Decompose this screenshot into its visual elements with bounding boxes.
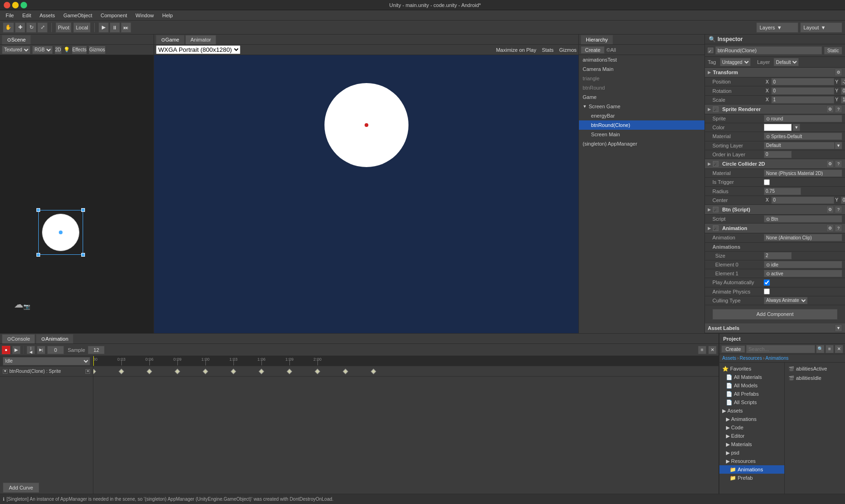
static-btn[interactable]: Static [824,47,842,55]
menu-edit[interactable]: Edit [19,12,35,19]
rot-y[interactable] [841,87,845,95]
tag-select[interactable]: Untagged [720,58,751,66]
layer-select[interactable]: Default [774,58,799,66]
sample-input[interactable] [88,346,105,354]
play-auto-checkbox[interactable] [764,280,770,286]
cc-material-value[interactable]: None (Physics Material 2D) [764,169,842,177]
gizmos-game-btn[interactable]: Gizmos [559,47,577,53]
scale-tool[interactable]: ⤢ [37,22,48,33]
anim-clip-select[interactable]: Idle [3,357,90,365]
hierarchy-item-btnroundclone[interactable]: btnRound(Clone) [579,120,704,130]
btn-script-checkbox[interactable]: ✓ [713,207,718,212]
tree-all-prefabs[interactable]: 📄All Prefabs [719,390,784,398]
hierarchy-create-btn[interactable]: Create [581,46,605,54]
sorting-layer-dropdown-icon[interactable]: ▼ [835,142,842,149]
sorting-layer-value[interactable]: Default [764,142,835,149]
scene-view[interactable]: ☁ 📷 [0,55,154,333]
hierarchy-item-btnround[interactable]: btnRound [579,83,704,92]
animation-comp-checkbox[interactable]: ✓ [713,225,718,231]
anim-help-icon[interactable]: ? [835,224,842,232]
circle-collider-header[interactable]: ▶ ✓ Circle Collider 2D ⚙ ? [705,159,845,169]
minimize-btn[interactable] [12,2,19,8]
kf-2[interactable] [147,369,152,374]
display-mode-select[interactable]: WXGA Portrait (800x1280) [156,45,240,54]
go-name-input[interactable] [715,46,822,55]
transform-settings-icon[interactable]: ⚙ [835,69,842,76]
btn-script-header[interactable]: ▶ ✓ Btn (Script) ⚙ ? [705,205,845,215]
anim-size-input[interactable] [764,252,792,259]
tree-all-models[interactable]: 📄All Models [719,381,784,390]
record-btn[interactable]: ● [2,346,10,354]
breadcrumb-resources[interactable]: Resources [739,356,762,361]
anim-next-frame-btn[interactable]: ▶| [37,346,45,354]
sr-help-icon[interactable]: ? [835,105,842,113]
tree-all-scripts[interactable]: 📄All Scripts [719,398,784,406]
kf-9[interactable] [343,369,348,374]
sprite-value[interactable]: ⊙ round [764,115,842,122]
anim-el0-value[interactable]: ⊙ idle [764,261,842,268]
2d-btn[interactable]: 2D [55,46,62,54]
gizmos-btn[interactable]: Gizmos [89,46,106,54]
order-in-layer-input[interactable] [764,151,792,158]
anim-el1-value[interactable]: ⊙ active [764,270,842,277]
maximize-btn[interactable] [21,2,27,8]
project-close-btn[interactable]: ✕ [835,345,843,353]
pivot-btn[interactable]: Pivot [56,22,71,33]
menu-gameobject[interactable]: GameObject [60,12,96,19]
script-value[interactable]: ⊙ Btn [764,215,842,223]
kf-7[interactable] [287,369,292,374]
kf-start[interactable] [93,369,96,374]
kf-8[interactable] [315,369,320,374]
layers-dropdown[interactable]: Layers ▼ [756,22,798,33]
file-abilities-idle[interactable]: 🎬 abilitiesIdle [787,374,843,382]
tree-all-materials[interactable]: 📄All Materials [719,373,784,381]
animator-tab[interactable]: Animator [185,35,216,44]
hand-tool[interactable]: ✋ [3,22,14,33]
cc2d-checkbox[interactable]: ✓ [713,161,718,167]
tree-prefab[interactable]: 📁Prefab [719,474,784,482]
anim-settings-icon[interactable]: ⚙ [826,224,834,232]
layout-dropdown[interactable]: Layout ▼ [800,22,842,33]
menu-window[interactable]: Window [132,12,157,19]
anim-frame-input[interactable] [47,346,64,354]
hierarchy-item-singleton[interactable]: (singleton) AppManager [579,139,704,148]
radius-input[interactable] [764,188,801,195]
is-trigger-checkbox[interactable] [764,179,770,185]
play-btn[interactable]: ▶ [99,22,109,33]
menu-assets[interactable]: Assets [36,12,59,19]
kf-10[interactable] [371,369,376,374]
menu-component[interactable]: Component [97,12,131,19]
go-active-checkbox[interactable]: ✓ [708,48,713,53]
project-create-btn[interactable]: Create [721,345,745,353]
menu-help[interactable]: Help [158,12,176,19]
game-tab[interactable]: ⊙ Game [156,35,184,44]
anim-panel-close-btn[interactable]: ✕ [708,346,717,354]
kf-1[interactable] [119,369,124,374]
material-value[interactable]: ⊙ Sprites-Default [764,133,842,140]
tree-code[interactable]: ▶Code [719,423,784,432]
asset-labels-header[interactable]: Asset Labels ▼ [705,323,845,333]
step-btn[interactable]: ⏭ [121,22,131,33]
pos-x[interactable] [771,78,834,85]
hierarchy-item-triangle[interactable]: triangle [579,74,704,83]
maximize-on-play-btn[interactable]: Maximize on Play [496,47,536,53]
hierarchy-item-game[interactable]: Game [579,92,704,102]
move-tool[interactable]: ✚ [15,22,25,33]
tree-favorites[interactable]: ⭐ Favorites [719,364,784,373]
file-abilities-active[interactable]: 🎬 abilitiesActive [787,364,843,373]
color-mode-select[interactable]: RGB [32,46,53,54]
anim-play-btn[interactable]: ▶ [12,346,21,354]
pos-y[interactable] [841,78,845,85]
kf-5[interactable] [231,369,236,374]
menu-file[interactable]: File [2,12,18,19]
effects-btn[interactable]: Effects [72,46,87,54]
anim-panel-menu-btn[interactable]: ≡ [698,346,706,354]
color-swatch[interactable] [764,124,792,131]
kf-6[interactable] [259,369,264,374]
animation-clip-value[interactable]: None (Animation Clip) [764,234,842,241]
tree-materials[interactable]: ▶Materials [719,440,784,448]
hierarchy-item-energybar[interactable]: energyBar [579,111,704,120]
handle-tr[interactable] [81,208,85,212]
console-tab[interactable]: ⊙ Console [2,334,35,343]
view-mode-select[interactable]: Textured [2,46,30,54]
